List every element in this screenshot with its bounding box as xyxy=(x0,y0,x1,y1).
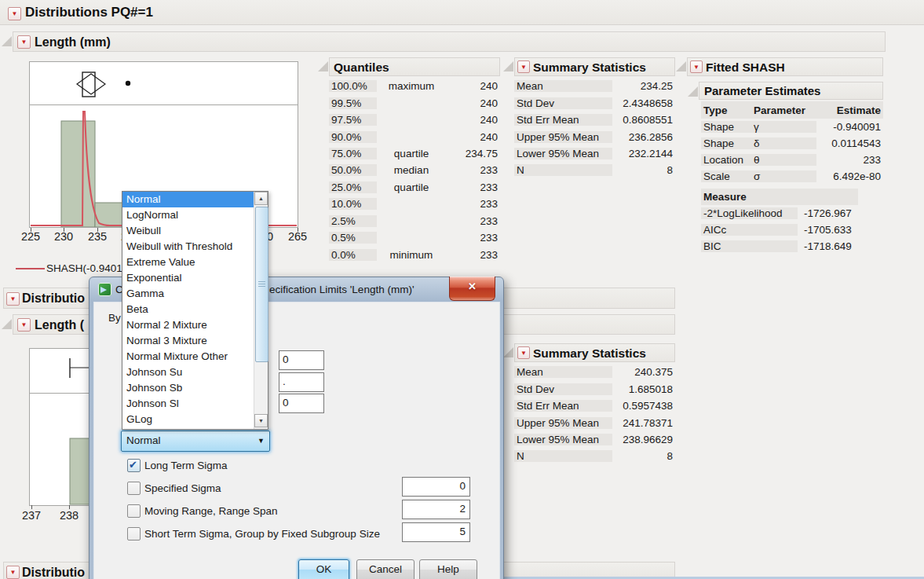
scroll-up-button[interactable]: ▲ xyxy=(254,192,268,205)
table-row: N8 xyxy=(514,448,675,464)
spec-limit-input[interactable]: . xyxy=(279,372,324,392)
red-triangle-menu-button[interactable]: ▼ xyxy=(690,60,703,73)
stat-value: 236.2856 xyxy=(612,131,675,143)
red-triangle-menu-button[interactable]: ▼ xyxy=(517,60,530,73)
dialog-icon-arrow xyxy=(100,287,107,293)
capability-dialog-icon xyxy=(98,283,111,296)
specified-sigma-input[interactable]: 0 xyxy=(402,477,470,497)
axis-label: 265 xyxy=(282,230,313,243)
list-item-johnson-sl[interactable]: Johnson Sl xyxy=(122,396,254,412)
cancel-button[interactable]: Cancel xyxy=(356,559,415,579)
list-item-beta[interactable]: Beta xyxy=(122,302,254,317)
red-triangle-menu-button[interactable]: ▼ xyxy=(517,346,530,359)
list-item-johnson-su[interactable]: Johnson Su xyxy=(122,365,254,380)
list-item-glog[interactable]: GLog xyxy=(122,412,254,427)
table-row: 2.5%233 xyxy=(329,213,500,229)
list-item-normal-3-mixture[interactable]: Normal 3 Mixture xyxy=(122,333,254,349)
stat-value: 234.25 xyxy=(612,80,675,92)
quantile-value: 240 xyxy=(446,80,500,92)
chevron-down-icon: ▼ xyxy=(257,431,265,451)
quantile-pct: 0.0% xyxy=(329,249,377,261)
quantile-value: 240 xyxy=(446,114,500,126)
column-header: Type xyxy=(701,104,754,116)
disclosure-triangle-icon[interactable] xyxy=(676,61,686,71)
report-title: Distributions PQ#=1 xyxy=(25,3,153,22)
close-button[interactable]: ✕ xyxy=(449,277,495,301)
list-item-johnson-sb[interactable]: Johnson Sb xyxy=(122,380,254,396)
quantile-pct: 99.5% xyxy=(329,97,377,109)
stat-label: Mean xyxy=(514,80,612,92)
spec-limit-input[interactable]: 0 xyxy=(279,350,324,370)
red-triangle-menu-button[interactable]: ▼ xyxy=(6,566,20,579)
scrollbar-thumb[interactable] xyxy=(255,207,268,362)
disclosure-triangle-icon[interactable] xyxy=(688,86,698,97)
range-span-input[interactable]: 2 xyxy=(402,500,470,519)
stat-value: 232.2144 xyxy=(612,148,675,159)
histogram-bar[interactable] xyxy=(61,121,95,227)
table-row: 50.0%median233 xyxy=(329,162,500,178)
disclosure-triangle-icon[interactable] xyxy=(2,36,12,46)
quantile-pct: 10.0% xyxy=(329,198,377,210)
list-item-normal-2-mixture[interactable]: Normal 2 Mixture xyxy=(122,317,254,333)
stat-label: Std Err Mean xyxy=(514,114,612,126)
quantile-value: 234.75 xyxy=(446,148,500,159)
long-term-sigma-checkbox[interactable]: ✔ xyxy=(127,459,141,472)
specified-sigma-checkbox[interactable] xyxy=(127,482,141,495)
moving-range-checkbox[interactable] xyxy=(127,504,141,518)
short-term-sigma-checkbox[interactable] xyxy=(127,527,141,541)
checkbox-label[interactable]: Specified Sigma xyxy=(144,482,221,495)
list-item-lognormal[interactable]: LogNormal xyxy=(122,207,254,223)
measure-label: BIC xyxy=(701,240,798,252)
list-item-weibull[interactable]: Weibull xyxy=(122,223,254,239)
stat-value: 241.78371 xyxy=(612,417,675,429)
red-triangle-menu-button[interactable]: ▼ xyxy=(6,292,20,306)
measure-header: Measure xyxy=(701,189,858,205)
spec-limit-input[interactable]: 0 xyxy=(279,394,324,413)
disclosure-triangle-icon[interactable] xyxy=(2,319,12,329)
scrollbar[interactable]: ▲ ▼ xyxy=(254,192,268,429)
subgroup-size-input[interactable]: 5 xyxy=(402,522,470,542)
disclosure-triangle-icon[interactable] xyxy=(318,61,328,71)
axis-label: 235 xyxy=(82,230,113,243)
stat-label: N xyxy=(514,164,612,176)
distributions3-title: Distributio xyxy=(22,563,85,579)
stat-label: Std Err Mean xyxy=(514,400,612,412)
param-symbol: δ xyxy=(754,137,816,149)
red-triangle-menu-button[interactable]: ▼ xyxy=(17,318,31,332)
checkbox-label[interactable]: Short Term Sigma, Group by Fixed Subgrou… xyxy=(144,528,380,541)
param-estimate: -0.940091 xyxy=(816,121,883,133)
list-item-weibull-threshold[interactable]: Weibull with Threshold xyxy=(122,239,254,255)
mean-diamond[interactable] xyxy=(77,74,105,94)
quantile-value: 233 xyxy=(446,232,500,244)
list-item-exponential[interactable]: Exponential xyxy=(122,270,254,286)
help-button[interactable]: Help xyxy=(419,559,477,579)
red-triangle-icon: ▼ xyxy=(21,321,27,328)
distribution-combobox[interactable]: Normal ▼ xyxy=(121,431,270,452)
checkbox-label[interactable]: Moving Range, Range Span xyxy=(144,505,278,518)
table-row: 25.0%quartile233 xyxy=(329,179,500,196)
red-triangle-menu-button[interactable]: ▼ xyxy=(8,7,21,20)
stat-value: 8 xyxy=(612,164,675,176)
stat-value: 0.8608551 xyxy=(612,114,675,126)
red-triangle-menu-button[interactable]: ▼ xyxy=(17,35,31,49)
table-row: 75.0%quartile234.75 xyxy=(329,145,500,162)
axis-label: 230 xyxy=(48,230,79,243)
list-item-normal[interactable]: Normal xyxy=(122,192,254,207)
table-row: Mean234.25 xyxy=(514,78,675,94)
list-item-normal-mixture-other[interactable]: Normal Mixture Other xyxy=(122,349,254,365)
outlier-point[interactable] xyxy=(126,81,130,86)
thumb-grip-icon xyxy=(258,281,265,288)
scroll-down-button[interactable]: ▼ xyxy=(254,414,268,427)
ok-button[interactable]: OK xyxy=(298,559,349,579)
checkbox-label[interactable]: Long Term Sigma xyxy=(144,460,228,472)
disclosure-triangle-icon[interactable] xyxy=(503,347,513,357)
disclosure-triangle-icon[interactable] xyxy=(503,61,513,71)
quantile-pct: 90.0% xyxy=(329,131,377,143)
quantile-name: median xyxy=(377,164,446,176)
table-row: 97.5%240 xyxy=(329,112,500,128)
param-type: Location xyxy=(701,154,754,166)
list-item-gamma[interactable]: Gamma xyxy=(122,286,254,302)
quantile-value: 233 xyxy=(446,181,500,193)
list-item-extreme-value[interactable]: Extreme Value xyxy=(122,255,254,270)
parameter-estimates-title: Parameter Estimates xyxy=(699,84,820,97)
